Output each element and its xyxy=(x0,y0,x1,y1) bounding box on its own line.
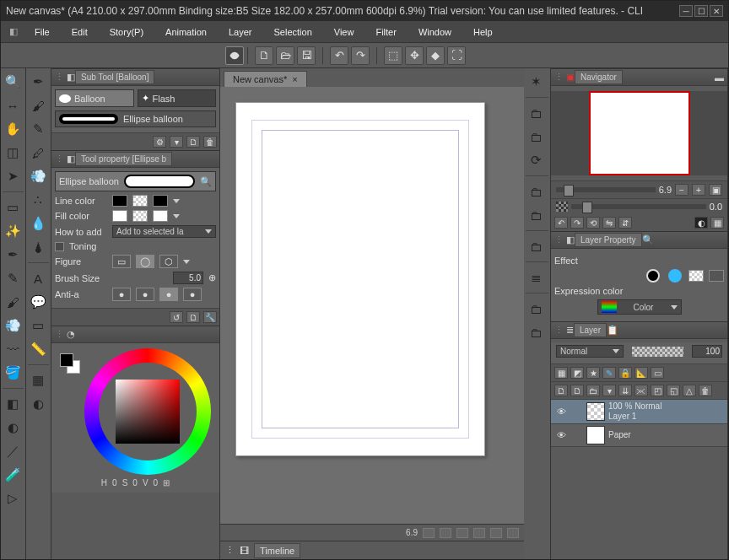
ruler-icon[interactable]: △ xyxy=(683,385,696,396)
brush-icon[interactable]: 🖌 xyxy=(3,292,23,312)
effect-border-icon[interactable] xyxy=(646,269,660,283)
layer-row[interactable]: 👁100 % NormalLayer 1 xyxy=(551,400,727,424)
subtool-tab-flash[interactable]: ✦Flash xyxy=(138,89,217,107)
lock-transparent-icon[interactable]: ▦ xyxy=(554,367,568,379)
subtool-menu-icon[interactable]: ▾ xyxy=(170,136,183,148)
clip-mask-icon[interactable]: ◩ xyxy=(570,367,584,379)
folder5-icon[interactable]: 🗀 xyxy=(526,236,546,256)
layer-history-icon[interactable]: 📋 xyxy=(607,325,618,336)
blend-mode-select[interactable]: Normal xyxy=(556,345,624,358)
cube-icon[interactable]: ◫ xyxy=(3,143,23,163)
fill-color-alt[interactable] xyxy=(153,210,168,222)
fit-icon[interactable] xyxy=(456,528,468,538)
balloon-icon[interactable]: 💬 xyxy=(28,292,48,312)
zoom-in-icon[interactable] xyxy=(440,528,451,538)
marquee-icon[interactable]: ▭ xyxy=(3,197,23,218)
rotate-icon[interactable] xyxy=(473,528,485,538)
open-file-icon[interactable]: 🗁 xyxy=(276,46,294,65)
menu-edit[interactable]: Edit xyxy=(62,24,98,40)
scatter-icon[interactable]: ∴ xyxy=(28,190,48,210)
figure-ellipse[interactable]: ◯ xyxy=(136,255,154,268)
line-color-menu[interactable] xyxy=(173,199,180,203)
lock-icon[interactable]: 🔒 xyxy=(618,367,632,379)
line-color-alt[interactable] xyxy=(153,195,168,207)
drop-icon[interactable]: 🌢 xyxy=(28,237,48,257)
visibility-icon[interactable]: 👁 xyxy=(554,430,568,440)
navigator-thumbnail[interactable] xyxy=(589,91,690,175)
color-menu-icon[interactable]: ⊞ xyxy=(163,478,170,487)
timeline-grip-icon[interactable]: ⋮ xyxy=(225,545,235,556)
watercolor-icon[interactable]: 💧 xyxy=(28,213,48,234)
frame-icon[interactable]: ▭ xyxy=(28,315,48,336)
figure-rect[interactable]: ▭ xyxy=(112,255,131,268)
ruler-icon[interactable]: 📏 xyxy=(28,339,48,359)
page-nav-icon[interactable] xyxy=(507,528,519,538)
line-color-sub[interactable] xyxy=(132,195,148,207)
menu-file[interactable]: File xyxy=(24,24,60,40)
eyedropper-icon[interactable]: 🧪 xyxy=(3,465,23,485)
folder6-icon[interactable]: 🗀 xyxy=(526,299,546,319)
merge-icon[interactable]: ⩙ xyxy=(634,385,648,396)
new-folder-icon[interactable]: 🗀 xyxy=(586,385,600,396)
figure-menu[interactable] xyxy=(183,260,190,264)
pencil2-icon[interactable]: ✎ xyxy=(28,119,48,139)
prop-save-icon[interactable]: 🗋 xyxy=(186,311,200,323)
subtool-delete-icon[interactable]: 🗑 xyxy=(203,136,217,148)
mix-icon[interactable]: ◐ xyxy=(3,417,23,438)
wand-icon[interactable]: ✨ xyxy=(3,221,23,241)
triangle-icon[interactable]: ▷ xyxy=(3,488,23,509)
flip-icon[interactable] xyxy=(490,528,502,538)
folder1-icon[interactable]: 🗀 xyxy=(526,103,546,123)
clip-studio-icon[interactable] xyxy=(225,46,244,65)
opacity-value[interactable]: 100 xyxy=(692,345,722,358)
save-file-icon[interactable]: 🖫 xyxy=(297,46,316,65)
folder7-icon[interactable]: 🗀 xyxy=(526,322,546,342)
transform-icon[interactable]: ✥ xyxy=(405,46,424,65)
grip-icon[interactable]: ⋮ xyxy=(554,72,563,83)
move-icon[interactable]: ↔ xyxy=(3,95,23,116)
apply-mask-icon[interactable]: ◱ xyxy=(667,385,680,396)
opacity-slider[interactable] xyxy=(632,347,683,357)
nav-zoom-out-icon[interactable]: − xyxy=(675,184,688,196)
layers-icon[interactable]: ≣ xyxy=(526,267,546,288)
visibility-icon[interactable]: 👁 xyxy=(554,407,568,417)
delete-layer-icon[interactable]: 🗑 xyxy=(699,385,712,396)
document-tab-close[interactable]: × xyxy=(292,74,297,84)
rotate-icon[interactable]: ⟳ xyxy=(526,150,546,170)
brush-size-value[interactable]: 5.0 xyxy=(173,272,203,284)
bucket-icon[interactable]: 🪣 xyxy=(3,363,23,383)
subtool-new-icon[interactable]: 🗋 xyxy=(186,136,200,148)
canvas-viewport[interactable] xyxy=(220,87,524,524)
pen-icon[interactable]: ✒ xyxy=(3,245,23,265)
menu-view[interactable]: View xyxy=(324,24,364,40)
fill-icon[interactable]: ◆ xyxy=(426,46,445,65)
prop-reset-icon[interactable]: ↺ xyxy=(170,311,183,323)
airbrush-icon[interactable]: 💨 xyxy=(3,315,23,336)
menu-selection[interactable]: Selection xyxy=(264,24,322,40)
aa-weak[interactable]: ● xyxy=(136,288,154,301)
airbrush2-icon[interactable]: 💨 xyxy=(28,166,48,186)
magnifier-icon[interactable]: 🔍 xyxy=(3,72,23,92)
close-button[interactable]: ✕ xyxy=(710,5,723,17)
nav-rotate-ccw-icon[interactable]: ↶ xyxy=(554,217,568,229)
brush2-icon[interactable]: 🖌 xyxy=(28,95,48,116)
new-vector-layer-icon[interactable]: 🗋 xyxy=(570,385,584,396)
arrow-icon[interactable]: ➤ xyxy=(3,166,23,186)
blend-icon[interactable]: 〰 xyxy=(3,339,23,359)
effect-tone-icon[interactable] xyxy=(668,269,682,283)
menu-window[interactable]: Window xyxy=(408,24,462,40)
grip-icon[interactable]: ⋮ xyxy=(554,325,563,336)
grip-icon[interactable]: ⋮ xyxy=(55,153,63,164)
how-to-add-select[interactable]: Add to selected la xyxy=(112,225,216,238)
effect-pattern-icon[interactable] xyxy=(688,270,704,282)
nav-rotate-cw-icon[interactable]: ↷ xyxy=(570,217,584,229)
zoom-out-icon[interactable] xyxy=(423,528,435,538)
pattern-icon[interactable]: ▦ xyxy=(28,370,48,390)
pen2-icon[interactable]: ✒ xyxy=(28,72,48,92)
menu-layer[interactable]: Layer xyxy=(219,24,262,40)
nav-flip-h-icon[interactable]: ⇋ xyxy=(602,217,616,229)
mask-icon[interactable]: ◰ xyxy=(651,385,664,396)
snap-x-icon[interactable]: ✶ xyxy=(526,72,546,92)
subtool-settings-icon[interactable]: ⚙ xyxy=(153,136,166,148)
aa-none[interactable]: ● xyxy=(112,288,131,301)
